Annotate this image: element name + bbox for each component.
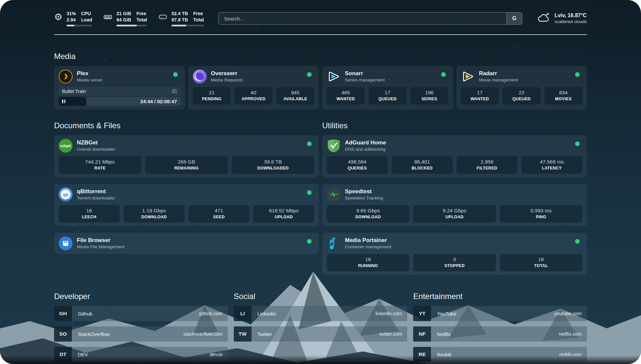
disk-stat: 52.4 TB 97.9 TB Free Total (158, 11, 204, 26)
cpu-icon (54, 13, 63, 21)
social-links-section: Social LI LinkedIn linkedin.com TW Twitt… (234, 291, 408, 364)
link-netflix[interactable]: NF Netflix netflix.com (413, 326, 587, 342)
app-card-overseerr[interactable]: Overseerr Media Requests 21PENDING 40APP… (188, 66, 319, 109)
portainer-icon (327, 236, 341, 250)
stat-wanted: 485WANTED (327, 87, 365, 105)
plex-icon (59, 70, 73, 83)
link-url: netflix.com (559, 326, 587, 342)
cpu-progress-bar (67, 25, 92, 26)
app-name: Plex (77, 70, 103, 77)
link-name: Github (72, 306, 92, 321)
cpu-value-percent: 31% (67, 11, 76, 17)
app-name: Speedtest (345, 188, 383, 195)
stat-total: 16TOTAL (500, 254, 582, 271)
weather-widget[interactable]: Lviv, 16.87°C scattered clouds (537, 12, 587, 25)
disk-label-free: Free (193, 11, 204, 17)
topbar-divider (54, 34, 587, 35)
dashboard-window: 31% 2.94 CPU Load (0, 0, 641, 364)
nzbget-icon: nzbget (59, 139, 73, 153)
stat-queries: 498,564QUERIES (327, 156, 388, 174)
stat-queued: 17QUEUED (369, 87, 407, 105)
app-desc: Series management (345, 77, 385, 83)
app-name: File Browser (77, 237, 125, 244)
stat-pending: 21PENDING (193, 87, 231, 105)
app-name: NZBGet (77, 139, 115, 146)
section-title-developer: Developer (54, 291, 228, 301)
disk-free-value: 52.4 TB (171, 11, 188, 17)
link-abbr: YT (413, 306, 431, 321)
now-playing-row: Bullet Train (59, 87, 180, 96)
app-name: Media Portainer (345, 237, 391, 244)
status-online-dot (575, 72, 580, 77)
link-github[interactable]: GH Github github.com (54, 306, 228, 321)
link-url: linkedin.com (376, 306, 408, 321)
section-title-documents-files: Documents & Files (54, 121, 319, 131)
speedtest-icon (327, 188, 341, 201)
memory-total-value: 64 GiB (116, 17, 131, 23)
app-name: AdGuard Home (345, 139, 386, 146)
link-abbr: NF (413, 326, 431, 342)
search-engine-button[interactable]: G (506, 13, 522, 24)
link-name: StackOverflow (72, 326, 110, 342)
link-name: YouTube (431, 306, 456, 321)
app-card-nzbget[interactable]: nzbget NZBGet Usenet downloader 744.21 M… (54, 135, 319, 177)
status-online-dot (575, 141, 580, 146)
link-abbr: GH (54, 306, 72, 321)
link-stackoverflow[interactable]: SO StackOverflow stackoverflow.com (54, 326, 228, 342)
app-desc: Torrent downloader (77, 195, 115, 201)
app-name: qBittorrent (77, 188, 115, 195)
app-name: Sonarr (345, 70, 385, 77)
app-desc: Media server (77, 77, 103, 83)
disk-label-total: Total (193, 17, 204, 23)
ram-icon (103, 13, 112, 21)
link-twitter[interactable]: TW Twitter twitter.com (234, 326, 408, 342)
app-card-plex[interactable]: Plex Media server Bullet Train (54, 66, 185, 109)
stat-series: 196SERIES (411, 87, 448, 105)
app-card-sonarr[interactable]: Sonarr Series management 485WANTED 17QUE… (322, 66, 453, 109)
playback-time: 24:44 / 02:06:47 (140, 97, 177, 106)
media-session-icon[interactable] (171, 88, 177, 94)
app-desc: Speedtest Tracking (345, 195, 383, 201)
cpu-value-load: 2.94 (67, 17, 76, 23)
now-playing-title: Bullet Train (62, 89, 86, 94)
documents-files-column: nzbget NZBGet Usenet downloader 744.21 M… (54, 135, 319, 254)
stat-remaining: 266 GBREMAINING (145, 156, 228, 174)
filebrowser-icon (59, 236, 73, 250)
memory-progress-bar (116, 25, 147, 26)
stat-seed: 471SEED (189, 205, 250, 223)
app-card-qbittorrent[interactable]: qb qBittorrent Torrent downloader 16LEEC… (54, 184, 319, 226)
stat-ping: 0.993 msPING (500, 205, 582, 223)
link-url: twitter.com (379, 326, 407, 342)
weather-location-temp: Lviv, 16.87°C (555, 12, 587, 19)
link-url: stackoverflow.com (183, 326, 228, 342)
stat-running: 16RUNNING (327, 254, 409, 271)
stat-approved: 40APPROVED (234, 87, 272, 105)
stat-stopped: 0STOPPED (413, 254, 496, 271)
stat-filtered: 2,956FILTERED (457, 156, 518, 174)
section-title-social: Social (234, 291, 408, 301)
media-card-grid: Plex Media server Bullet Train (54, 66, 587, 109)
adguard-icon (327, 139, 341, 153)
link-url: github.com (199, 306, 228, 321)
status-online-dot (441, 72, 446, 77)
link-youtube[interactable]: YT YouTube youtube.com (413, 306, 587, 321)
developer-links-section: Developer GH Github github.com SO StackO… (54, 291, 228, 364)
stat-downloaded: 39.6 TBDOWNLOADED (232, 156, 314, 174)
stat-upload: 618.52 MbpsUPLOAD (253, 205, 314, 223)
app-card-radarr[interactable]: Radarr Movie management 17WANTED 22QUEUE… (456, 66, 587, 109)
bottom-shadow (0, 355, 641, 364)
app-card-speedtest[interactable]: Speedtest Speedtest Tracking 9.65 GbpsDO… (322, 184, 587, 226)
search-input[interactable] (219, 13, 506, 24)
playback-progress-bar[interactable]: 24:44 / 02:06:47 (59, 97, 180, 106)
status-online-dot (307, 190, 312, 195)
stat-wanted: 17WANTED (461, 87, 499, 105)
app-desc: Media Requests (211, 77, 243, 83)
section-title-media: Media (54, 51, 587, 61)
link-name: Netflix (431, 326, 451, 342)
app-card-portainer[interactable]: Media Portainer Container management 16R… (322, 233, 587, 275)
utilities-column: AdGuard Home DNS and adblocking 498,564Q… (322, 135, 587, 275)
app-card-filebrowser[interactable]: File Browser Media File Management (54, 233, 319, 254)
stat-queued: 22QUEUED (503, 87, 540, 105)
app-card-adguard[interactable]: AdGuard Home DNS and adblocking 498,564Q… (322, 135, 587, 177)
link-linkedin[interactable]: LI LinkedIn linkedin.com (234, 306, 408, 321)
